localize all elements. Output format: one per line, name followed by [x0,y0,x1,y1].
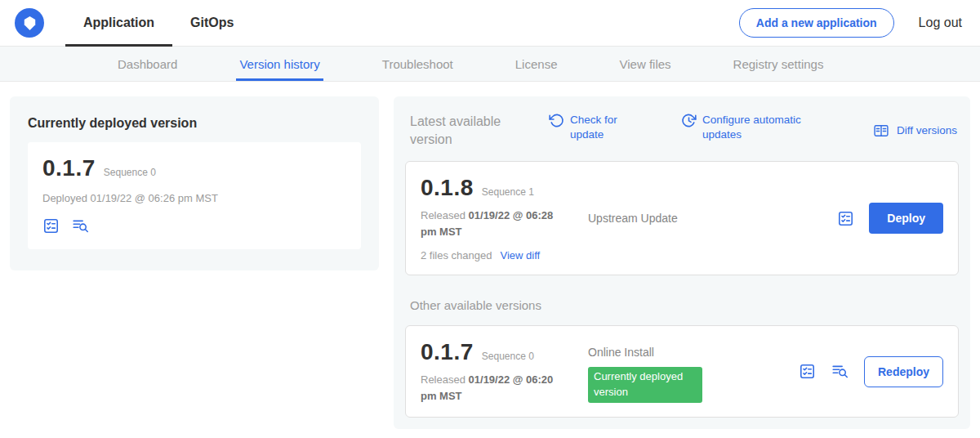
nav-tab-application[interactable]: Application [65,0,172,46]
release-notes-button[interactable] [837,210,854,227]
other-version-card: 0.1.7 Sequence 0 Released 01/19/22 @ 06:… [405,325,959,418]
version-source-label: Online Install [588,346,654,359]
release-notes-button[interactable] [42,217,60,235]
preflight-results-button[interactable] [831,363,849,380]
navbar-right: Add a new application Log out [739,8,962,38]
check-update-icon [549,113,564,128]
view-diff-link[interactable]: View diff [500,249,540,261]
deployed-actions [42,217,346,235]
add-application-button[interactable]: Add a new application [739,8,894,38]
configure-updates-action[interactable]: Configure automatic updates [681,113,807,141]
auto-update-schedule-icon [681,113,697,128]
version-source: Online Install Currently deployed versio… [588,339,799,404]
currently-deployed-title: Currently deployed version [28,116,361,131]
logout-link[interactable]: Log out [919,16,962,30]
check-update-label: Check for update [570,113,622,141]
nav-tab-gitops[interactable]: GitOps [172,0,252,46]
version-row: 0.1.8 Sequence 1 [421,175,588,201]
other-versions-title: Other available versions [410,298,959,312]
files-changed-label: 2 files changed [421,249,492,261]
release-notes-icon [837,210,854,227]
sequence-label: Sequence 0 [482,351,534,362]
top-navbar: Application GitOps Add a new application… [0,0,980,47]
subnav-item-registry-settings[interactable]: Registry settings [730,47,827,81]
version-row: 0.1.7 Sequence 0 [42,155,346,181]
version-source: Upstream Update [588,211,837,226]
app-subnav: Dashboard Version history Troubleshoot L… [0,47,980,82]
diff-versions-label: Diff versions [897,123,957,138]
latest-version-info: 0.1.8 Sequence 1 Released 01/19/22 @ 06:… [421,175,588,261]
currently-deployed-panel: Currently deployed version 0.1.7 Sequenc… [10,96,379,270]
release-notes-icon [799,363,816,380]
preflight-results-button[interactable] [71,217,90,235]
subnav-item-license[interactable]: License [512,47,561,81]
version-number: 0.1.7 [421,339,474,365]
other-version-actions: Redeploy [799,356,943,387]
released-date: Released 01/19/22 @ 06:20 pm MST [421,372,568,404]
app-logo[interactable] [15,8,44,38]
available-versions-panel: Latest available version Check for updat… [394,96,970,429]
release-notes-icon [42,217,60,235]
subnav-item-dashboard[interactable]: Dashboard [114,47,180,81]
preflight-results-icon [71,217,90,235]
subnav-item-troubleshoot[interactable]: Troubleshoot [379,47,457,81]
files-changed-row: 2 files changed View diff [421,249,588,261]
version-number: 0.1.7 [42,155,96,181]
released-date: Released 01/19/22 @ 06:28 pm MST [421,208,568,239]
sequence-label: Sequence 0 [104,167,156,178]
latest-available-title: Latest available version [410,113,514,148]
check-for-update-action[interactable]: Check for update [549,113,622,141]
main-content: Currently deployed version 0.1.7 Sequenc… [0,82,980,429]
deployed-label: Deployed [42,192,87,204]
diff-versions-icon [872,123,890,139]
other-version-info: 0.1.7 Sequence 0 Released 01/19/22 @ 06:… [421,339,588,404]
released-label: Released [421,209,466,221]
deployed-timestamp: 01/19/22 @ 06:26 pm MST [91,192,218,204]
available-versions-header: Latest available version Check for updat… [405,111,959,148]
main-nav: Application GitOps [65,0,252,46]
subnav-item-view-files[interactable]: View files [616,47,674,81]
configure-updates-label: Configure automatic updates [702,113,807,141]
deployed-version-card: 0.1.7 Sequence 0 Deployed 01/19/22 @ 06:… [28,142,361,249]
version-row: 0.1.7 Sequence 0 [421,339,588,365]
currently-deployed-badge: Currently deployed version [588,367,702,403]
app-logo-icon [23,16,37,31]
sequence-label: Sequence 1 [482,186,534,198]
deployed-date: Deployed 01/19/22 @ 06:26 pm MST [42,190,346,207]
preflight-results-icon [831,363,849,380]
released-label: Released [421,373,466,386]
diff-versions-action[interactable]: Diff versions [872,123,957,139]
version-source-label: Upstream Update [588,212,678,225]
latest-version-actions: Deploy [837,203,943,234]
version-number: 0.1.8 [421,175,474,201]
release-notes-button[interactable] [799,363,816,380]
latest-version-card: 0.1.8 Sequence 1 Released 01/19/22 @ 06:… [405,161,959,275]
deploy-button[interactable]: Deploy [869,203,943,234]
redeploy-button[interactable]: Redeploy [864,356,943,387]
subnav-item-version-history[interactable]: Version history [236,47,323,81]
